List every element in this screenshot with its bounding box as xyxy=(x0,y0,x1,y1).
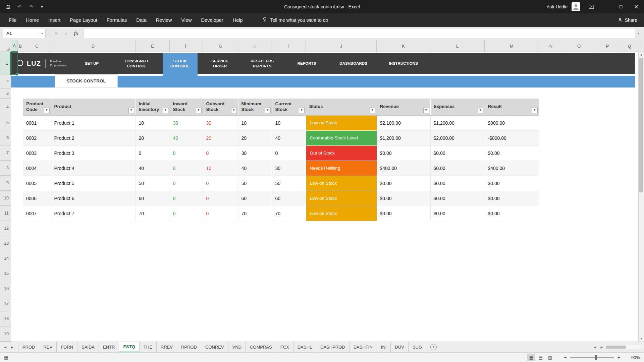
sheet-tab[interactable]: DUV xyxy=(391,342,408,352)
cell-inward-stock[interactable]: 30 xyxy=(170,115,203,130)
tab-scroll-left-icon[interactable]: ◀ xyxy=(4,346,6,349)
ribbon-tab[interactable]: File xyxy=(4,13,21,27)
cell-outward-stock[interactable]: 0 xyxy=(203,191,238,206)
undo-icon[interactable]: ↶ xyxy=(16,4,22,10)
column-header[interactable]: C xyxy=(23,40,51,52)
cell-inward-stock[interactable]: 0 xyxy=(170,206,203,221)
qat-customize-icon[interactable]: ▾ xyxy=(40,4,44,10)
close-button[interactable]: × xyxy=(629,0,644,13)
cell-minimum-stock[interactable]: 70 xyxy=(238,206,272,221)
sheet-tab[interactable]: FCX xyxy=(276,342,293,352)
cell-minimum-stock[interactable]: 10 xyxy=(238,115,272,130)
table-header-cell[interactable]: Outward Stock xyxy=(203,99,238,115)
cell-inward-stock[interactable]: 0 xyxy=(170,176,203,191)
cell-status[interactable]: Low on Stock xyxy=(306,115,377,130)
horizontal-scroll-thumb[interactable] xyxy=(606,346,626,349)
column-header[interactable]: H xyxy=(238,40,272,52)
column-header[interactable]: K xyxy=(377,40,430,52)
filter-dropdown-icon[interactable] xyxy=(370,108,375,113)
sheet-tab[interactable]: DASH1 xyxy=(293,342,316,352)
workbook-nav-item[interactable]: CONSIGNED CONTROL xyxy=(115,53,158,74)
active-cell-selection[interactable] xyxy=(11,52,18,75)
column-header[interactable]: G xyxy=(203,40,238,52)
table-header-cell[interactable]: Expenses xyxy=(430,99,485,115)
row-header[interactable]: 13 xyxy=(0,236,11,251)
cell-revenue[interactable]: $0.00 xyxy=(377,176,430,191)
cell-outward-stock[interactable]: 0 xyxy=(203,145,238,161)
cell-result[interactable]: $0.00 xyxy=(485,206,539,221)
sheet-tab[interactable]: SAÍDA xyxy=(77,342,99,352)
sheet-tab[interactable]: INI xyxy=(377,342,391,352)
row-header[interactable]: 9 xyxy=(0,176,11,191)
confirm-entry-icon[interactable]: ✓ xyxy=(61,29,71,38)
cell-expenses[interactable]: $0.00 xyxy=(430,145,485,161)
ribbon-display-options-icon[interactable] xyxy=(585,0,598,13)
cell-revenue[interactable]: $0.00 xyxy=(377,191,430,206)
cell-initial-inventory[interactable]: 10 xyxy=(136,115,170,130)
cell-inward-stock[interactable]: 40 xyxy=(170,130,203,145)
scroll-left-icon[interactable]: ◀ xyxy=(592,342,598,352)
column-header[interactable]: A xyxy=(11,40,18,52)
cell-expenses[interactable]: $2,000.00 xyxy=(430,130,485,145)
workbook-nav-item[interactable]: RESELLERS REPORTS xyxy=(243,53,282,74)
sheet-tab[interactable]: PROD xyxy=(18,342,40,352)
cell-expenses[interactable]: $0.00 xyxy=(430,161,485,176)
sheet-tab[interactable]: RPROD xyxy=(177,342,201,352)
sheet-tab[interactable]: DASHFIN xyxy=(350,342,377,352)
cell-current-stock[interactable]: 40 xyxy=(272,130,306,145)
row-header[interactable]: 15 xyxy=(0,266,11,281)
cell-current-stock[interactable]: 70 xyxy=(272,206,306,221)
cell-minimum-stock[interactable]: 40 xyxy=(238,161,272,176)
cell-result[interactable]: $0.00 xyxy=(485,145,539,161)
cell-product-code[interactable]: 0005 xyxy=(23,176,51,191)
cell-product-code[interactable]: 0001 xyxy=(23,115,51,130)
cell-expenses[interactable]: $0.00 xyxy=(430,176,485,191)
row-header[interactable]: 4 xyxy=(0,99,11,115)
cell-product-code[interactable]: 0002 xyxy=(23,130,51,145)
cell-product-code[interactable]: 0007 xyxy=(23,206,51,221)
cell-status[interactable]: Needs Refilling xyxy=(306,161,377,176)
cell-product-code[interactable]: 0003 xyxy=(23,145,51,161)
cell-expenses[interactable]: $1,200.00 xyxy=(430,115,485,130)
ribbon-tab[interactable]: Page Layout xyxy=(65,13,102,27)
filter-dropdown-icon[interactable] xyxy=(478,108,483,113)
workbook-nav-item[interactable]: SERVICE ORDER xyxy=(202,53,238,74)
account-name[interactable]: Asir Uddin xyxy=(547,4,568,9)
cell-current-stock[interactable]: 30 xyxy=(272,161,306,176)
formula-bar-expand-icon[interactable]: ▾ xyxy=(635,32,641,35)
ribbon-tab[interactable]: Home xyxy=(21,13,44,27)
ribbon-tab[interactable]: Help xyxy=(228,13,248,27)
cell-product[interactable]: Product 4 xyxy=(51,161,136,176)
sheet-tab[interactable]: ENTR xyxy=(99,342,119,352)
cell-revenue[interactable]: $1,200.00 xyxy=(377,130,430,145)
cell-inward-stock[interactable]: 0 xyxy=(170,145,203,161)
workbook-nav-item[interactable]: INSTRUCTIONS xyxy=(380,53,427,74)
new-sheet-button[interactable]: + xyxy=(430,344,437,350)
cell-product-code[interactable]: 0006 xyxy=(23,191,51,206)
cell-current-stock[interactable]: 0 xyxy=(272,145,306,161)
ribbon-tab[interactable]: Developer xyxy=(197,13,228,27)
tell-me-box[interactable]: Tell me what you want to do xyxy=(263,17,328,23)
cell-outward-stock[interactable]: 0 xyxy=(203,176,238,191)
cell-status[interactable]: Low on Stock xyxy=(306,206,377,221)
filter-dropdown-icon[interactable] xyxy=(231,108,237,113)
zoom-in-icon[interactable]: + xyxy=(616,355,622,360)
column-header[interactable]: P xyxy=(595,40,620,52)
row-header[interactable]: 8 xyxy=(0,161,11,176)
filter-dropdown-icon[interactable] xyxy=(423,108,429,113)
cell-inward-stock[interactable]: 0 xyxy=(170,191,203,206)
row-header[interactable]: 1 xyxy=(0,52,11,75)
cell-minimum-stock[interactable]: 20 xyxy=(238,130,272,145)
page-layout-view-icon[interactable]: ▤ xyxy=(537,354,545,361)
cell-minimum-stock[interactable]: 50 xyxy=(238,176,272,191)
column-header[interactable]: O xyxy=(563,40,595,52)
formula-input[interactable] xyxy=(83,29,635,38)
ribbon-tab[interactable]: Formulas xyxy=(102,13,131,27)
ribbon-tab[interactable]: View xyxy=(176,13,196,27)
cell-current-stock[interactable]: 10 xyxy=(272,115,306,130)
row-header[interactable]: 12 xyxy=(0,221,11,236)
column-header[interactable]: L xyxy=(430,40,485,52)
cell-minimum-stock[interactable]: 60 xyxy=(238,191,272,206)
select-all-button[interactable] xyxy=(0,40,11,52)
cell-product[interactable]: Product 1 xyxy=(51,115,136,130)
